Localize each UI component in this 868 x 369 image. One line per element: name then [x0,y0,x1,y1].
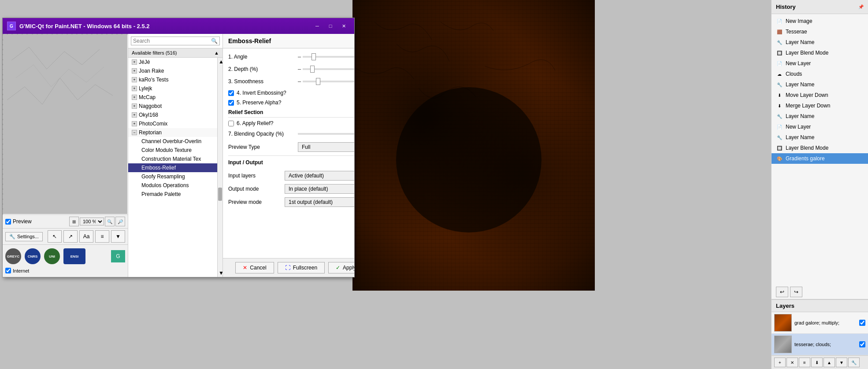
category-karo-label: kaRo's Tests [139,77,168,83]
redo-button[interactable]: ↪ [790,287,802,297]
expand-mccap[interactable]: + [132,95,137,100]
internet-check[interactable]: Internet [5,268,29,273]
filter-goofy[interactable]: Goofy Resampling [128,172,217,181]
param-depth-slider-wrap: ─ [298,67,354,72]
expand-okyl168[interactable]: + [132,112,137,118]
cancel-button[interactable]: ✕ Cancel [235,262,274,273]
category-joan-rake[interactable]: + Joan Rake [128,66,217,75]
history-layer-blend-2[interactable]: 🔲 Layer Blend Mode [772,143,868,153]
depth-slider[interactable] [303,68,354,70]
tool-btn-2[interactable]: ↗ [63,230,78,243]
history-move-layer-down[interactable]: ⬇ Move Layer Down [772,90,868,100]
history-merge-layer-down[interactable]: ⬇ Merge Layer Down [772,100,868,111]
preview-mode-select[interactable]: 1st output (default) 2nd output 3rd outp… [285,197,354,207]
expand-naggobot[interactable]: + [132,103,137,109]
angle-slider[interactable] [303,56,354,58]
minimize-button[interactable]: ─ [311,21,323,31]
search-input[interactable] [133,38,211,44]
fullscreen-button[interactable]: ⛶ Fullscreen [278,262,325,273]
history-layer-name-1-label: Layer Name [786,39,814,45]
filter-color-modulo[interactable]: Color Modulo Texture [128,146,217,155]
layer-settings-button[interactable]: 🔧 [848,358,860,367]
category-naggobot[interactable]: + Naggobot [128,102,217,111]
preview-check[interactable] [5,219,11,225]
layer-grad-check[interactable] [859,320,865,326]
layer-properties-button[interactable]: ≡ [799,358,810,367]
history-tesserae[interactable]: 🟫 Tesserae [772,26,868,37]
layer-name-2-icon: 🔧 [776,81,783,88]
layer-item-grad[interactable]: grad galore; multiply; [772,312,868,334]
layer-name-4-icon: 🔧 [776,134,783,141]
delete-layer-button[interactable]: ✕ [786,358,798,367]
move-layer-down-button[interactable]: ▼ [836,358,847,367]
filter-emboss-relief[interactable]: Emboss-Relief [128,163,217,172]
undo-button[interactable]: ↩ [776,287,788,297]
history-new-layer-2[interactable]: 📄 New Layer [772,122,868,132]
smoothness-slider[interactable] [303,81,354,82]
filter-scroll-down[interactable]: ▼ [218,269,223,277]
layer-item-tex[interactable]: tesserae; clouds; [772,334,868,355]
filter-modulos[interactable]: Modulos Operations [128,181,217,190]
close-button[interactable]: ✕ [338,21,350,31]
filter-construction[interactable]: Construction Material Tex [128,155,217,163]
apply-relief-check[interactable] [228,121,234,126]
merge-layer-button[interactable]: ⬇ [811,358,823,367]
preview-checkbox[interactable]: Preview [5,218,32,225]
history-pin-icon[interactable]: 📌 [858,4,864,9]
blending-slider[interactable] [298,133,354,135]
maximize-button[interactable]: □ [324,21,337,31]
available-filters-label: Available filters (516) [132,50,177,55]
preview-type-select[interactable]: Full Forward horizontal Forward vertical… [298,142,354,152]
dialog-titlebar: G G'MIC-Qt for Paint.NET - Windows 64 bi… [3,18,354,34]
filter-premade[interactable]: Premade Palette [128,190,217,199]
settings-button[interactable]: 🔧 OK Settings... [5,232,43,241]
category-lylejk[interactable]: + Lylejk [128,84,217,93]
add-layer-button[interactable]: + [774,358,786,367]
move-layer-up-button[interactable]: ▲ [823,358,835,367]
history-gradients-galore[interactable]: 🎨 Gradients galore [772,153,868,164]
gmic-logo-btn[interactable]: G [111,250,125,262]
preserve-alpha-check[interactable] [228,100,234,106]
output-mode-select[interactable]: In place (default) New layer New image [285,184,354,194]
category-jeje[interactable]: + JéJé [128,58,217,66]
expand-reptorian[interactable]: − [132,130,137,135]
scroll-up-icon[interactable]: ▲ [214,50,219,55]
internet-checkbox[interactable] [5,268,11,273]
history-new-layer-1[interactable]: 📄 New Layer [772,58,868,69]
category-photocomix[interactable]: + PhotoComix [128,119,217,128]
filter-scroll-up[interactable]: ▲ [218,58,223,66]
history-clouds[interactable]: ☁ Clouds [772,69,868,79]
category-okyl168[interactable]: + Okyl168 [128,111,217,119]
zoom-fit-button[interactable]: ⊞ [69,217,79,226]
search-bar: 🔍 [128,34,223,48]
expand-photocomix[interactable]: + [132,121,137,126]
history-layer-name-4[interactable]: 🔧 Layer Name [772,132,868,143]
category-reptorian[interactable]: − Reptorian [128,128,217,137]
zoom-in-button[interactable]: 🔍 [105,217,115,226]
history-layer-name-2[interactable]: 🔧 Layer Name [772,79,868,90]
history-new-image-label: New Image [786,18,812,24]
tool-btn-1[interactable]: ↖ [48,230,62,243]
history-layer-name-1[interactable]: 🔧 Layer Name [772,37,868,48]
search-input-wrap[interactable]: 🔍 [131,37,220,45]
expand-lylejk[interactable]: + [132,86,137,91]
tool-btn-4[interactable]: ≡ [95,230,109,243]
history-new-image[interactable]: 📄 New Image [772,16,868,26]
input-layers-select[interactable]: Active (default) All Active and below [285,171,354,181]
invert-embossing-check[interactable] [228,90,234,96]
param-smoothness: 3. Smoothness ─ ▲ ▼ [228,77,354,85]
expand-karo[interactable]: + [132,77,137,82]
layer-tex-check[interactable] [859,341,865,347]
category-karo[interactable]: + kaRo's Tests [128,75,217,84]
history-layer-blend-1[interactable]: 🔲 Layer Blend Mode [772,48,868,58]
category-mccap[interactable]: + McCap [128,93,217,102]
zoom-select[interactable]: 100 % [80,218,104,225]
tool-btn-3[interactable]: Aa [79,230,93,243]
tool-btn-5[interactable]: ▼ [111,230,125,243]
expand-joan-rake[interactable]: + [132,68,137,74]
history-layer-name-3[interactable]: 🔧 Layer Name [772,111,868,122]
filter-channel-overblur[interactable]: Channel Overblur-Overlin [128,137,217,146]
apply-button[interactable]: ✓ Apply [328,262,354,273]
expand-jeje[interactable]: + [132,59,137,65]
zoom-out-button[interactable]: 🔎 [115,217,125,226]
